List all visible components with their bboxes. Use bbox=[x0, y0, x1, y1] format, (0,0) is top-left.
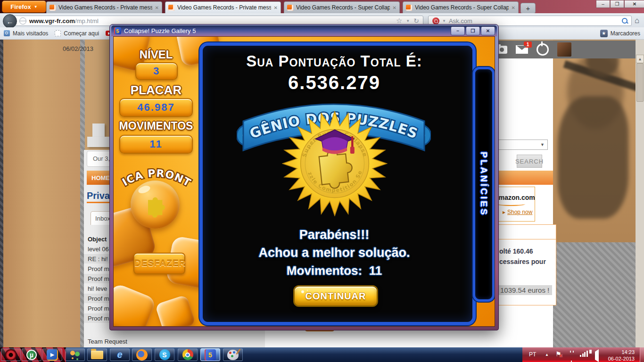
messenger-icon bbox=[69, 349, 81, 361]
start-orb-icon bbox=[5, 349, 17, 361]
firefox-icon bbox=[136, 349, 148, 361]
search-placeholder: Ask.com bbox=[449, 17, 472, 25]
back-button[interactable]: ← bbox=[3, 14, 17, 28]
chevron-down-icon: ▼ bbox=[540, 142, 545, 147]
taskbar-firefox[interactable] bbox=[132, 348, 152, 361]
close-button[interactable]: ✕ bbox=[624, 0, 644, 8]
tab-title: Video Games Records - Super Collaps... bbox=[415, 4, 509, 11]
moves-value: 11 bbox=[119, 135, 193, 154]
candy-cube bbox=[113, 282, 157, 327]
continue-button[interactable]: CONTINUAR bbox=[293, 285, 378, 307]
mail-icon[interactable]: 1 bbox=[516, 45, 528, 54]
close-button[interactable]: ✕ bbox=[481, 26, 495, 35]
list-header: Object bbox=[88, 236, 107, 243]
hint-ball[interactable] bbox=[131, 181, 180, 229]
power-icon[interactable] bbox=[537, 43, 549, 56]
minimize-button[interactable]: – bbox=[596, 0, 610, 8]
total-score-title: Sua Pontuação Total É: bbox=[203, 52, 466, 70]
url-host: www.vgr-fr.com bbox=[29, 17, 75, 25]
page-left-edge bbox=[0, 40, 3, 347]
firefox-menu-button[interactable]: Firefox ▼ bbox=[2, 0, 46, 13]
score-value: 46.987 bbox=[119, 98, 193, 117]
solution-text: Achou a melhor solução. bbox=[203, 246, 466, 260]
browser-tab-4[interactable]: Video Games Records - Super Collaps... ✕ bbox=[403, 1, 519, 13]
site-globe-icon bbox=[19, 17, 26, 25]
taskbar-media-player[interactable]: ▶ bbox=[42, 348, 62, 361]
taskbar-collapse-game-active[interactable]: 5 bbox=[200, 348, 220, 361]
taskbar-utorrent[interactable]: µ bbox=[22, 348, 41, 361]
taskbar-chrome[interactable] bbox=[178, 348, 198, 361]
tab-title: Video Games Records - Super Collaps... bbox=[296, 4, 390, 11]
ask-logo-icon bbox=[432, 17, 439, 25]
minimize-button[interactable]: – bbox=[451, 26, 465, 35]
tray-clock[interactable]: 14:23 06-02-2013 bbox=[605, 349, 635, 362]
amazon-smile bbox=[497, 202, 525, 206]
congrats-text: Parabéns!!! bbox=[203, 228, 466, 242]
tab-title: Video Games Records - Private messa... bbox=[58, 4, 152, 11]
tray-expand-icon[interactable]: ▲ bbox=[545, 353, 549, 357]
browser-titlebar: Firefox ▼ Video Games Records - Private … bbox=[0, 0, 644, 13]
bookmark-item[interactable]: Mais visitados bbox=[13, 30, 48, 37]
bookmarks-menu[interactable]: ★ Marcadores bbox=[600, 30, 640, 37]
promo-line: 1039.54 euros ! bbox=[497, 285, 552, 295]
score-label: PLACAR bbox=[118, 83, 194, 98]
search-button-label: SEARCH bbox=[515, 158, 544, 165]
taskbar-explorer[interactable] bbox=[87, 348, 107, 361]
tab-close-icon[interactable]: ✕ bbox=[393, 5, 396, 10]
browser-tab-3[interactable]: Video Games Records - Super Collaps... ✕ bbox=[284, 1, 400, 13]
chevron-down-icon: ▼ bbox=[34, 5, 38, 9]
chevron-down-icon[interactable]: ▼ bbox=[442, 19, 446, 23]
tab-close-icon[interactable]: ✕ bbox=[274, 5, 278, 10]
maximize-button[interactable]: ❐ bbox=[466, 26, 480, 35]
scroll-thumb[interactable] bbox=[636, 63, 644, 102]
taskbar-skype[interactable]: S bbox=[155, 348, 174, 361]
show-desktop-button[interactable] bbox=[640, 347, 644, 362]
reload-icon[interactable]: ↻ bbox=[413, 17, 419, 25]
site-logo-block bbox=[92, 123, 105, 137]
page-background-image bbox=[553, 40, 636, 247]
level-value: 3 bbox=[135, 62, 178, 80]
site-favicon bbox=[287, 5, 293, 11]
game-titlebar[interactable]: 5 Collapse! Puzzle Gallery 5 – ❐ ✕ bbox=[111, 25, 497, 36]
browser-tab-1[interactable]: Video Games Records - Private messa... ✕ bbox=[46, 1, 162, 13]
browser-tab-2-active[interactable]: Video Games Records - Private messa... ✕ bbox=[165, 1, 281, 13]
start-orb-button[interactable] bbox=[1, 348, 21, 361]
tab-close-icon[interactable]: ✕ bbox=[512, 5, 515, 10]
undo-button[interactable]: DESFAZER bbox=[133, 253, 185, 274]
team-request-row[interactable]: Team Request bbox=[84, 337, 265, 346]
bookmark-item[interactable]: Começar aqui bbox=[64, 30, 99, 37]
level-name-text: PLANÍCIES bbox=[479, 152, 489, 216]
taskbar-paint[interactable] bbox=[223, 348, 243, 361]
new-tab-button[interactable]: + bbox=[520, 3, 536, 14]
chevron-down-icon[interactable]: ▼ bbox=[406, 19, 410, 23]
shop-now-link[interactable]: Shop now bbox=[507, 209, 532, 215]
avatar[interactable] bbox=[557, 42, 571, 57]
site-favicon bbox=[168, 5, 174, 11]
taskbar-messenger[interactable] bbox=[65, 348, 85, 361]
volume-icon[interactable] bbox=[595, 349, 599, 362]
getting-started-icon bbox=[55, 30, 61, 36]
maximize-button[interactable]: ❐ bbox=[610, 0, 624, 8]
filter-dropdown[interactable]: ▼ bbox=[490, 140, 548, 150]
game-window[interactable]: 5 Collapse! Puzzle Gallery 5 – ❐ ✕ NÍVEL… bbox=[109, 24, 499, 330]
media-player-icon: ▶ bbox=[47, 349, 58, 361]
search-button[interactable]: SEARCH bbox=[517, 155, 542, 168]
home-icon[interactable]: ⌂ bbox=[635, 16, 639, 25]
promo-box: olté 160.46 cessaires pour 1039.54 euros… bbox=[493, 224, 556, 305]
game-window-title: Collapse! Puzzle Gallery 5 bbox=[124, 27, 196, 34]
page-heading: Priva bbox=[87, 190, 110, 201]
site-favicon bbox=[406, 5, 412, 11]
promo-line: olté 160.46 bbox=[499, 247, 533, 255]
search-magnifier-icon[interactable] bbox=[622, 18, 627, 24]
network-signal-icon[interactable] bbox=[580, 351, 588, 357]
page-scrollbar[interactable]: ▲ bbox=[636, 40, 644, 347]
game-app-icon: 5 bbox=[114, 27, 121, 34]
level-label: NÍVEL bbox=[123, 48, 189, 61]
action-center-flag-icon[interactable]: ⚑ ✕ bbox=[555, 350, 561, 358]
scroll-up-button[interactable]: ▲ bbox=[636, 55, 644, 63]
tab-close-icon[interactable]: ✕ bbox=[155, 5, 159, 10]
taskbar-internet-explorer[interactable]: e bbox=[110, 348, 130, 361]
plus-icon: + bbox=[526, 4, 530, 12]
language-indicator[interactable]: PT bbox=[529, 351, 536, 358]
moves-text: Movimentos: 11 bbox=[203, 263, 466, 278]
